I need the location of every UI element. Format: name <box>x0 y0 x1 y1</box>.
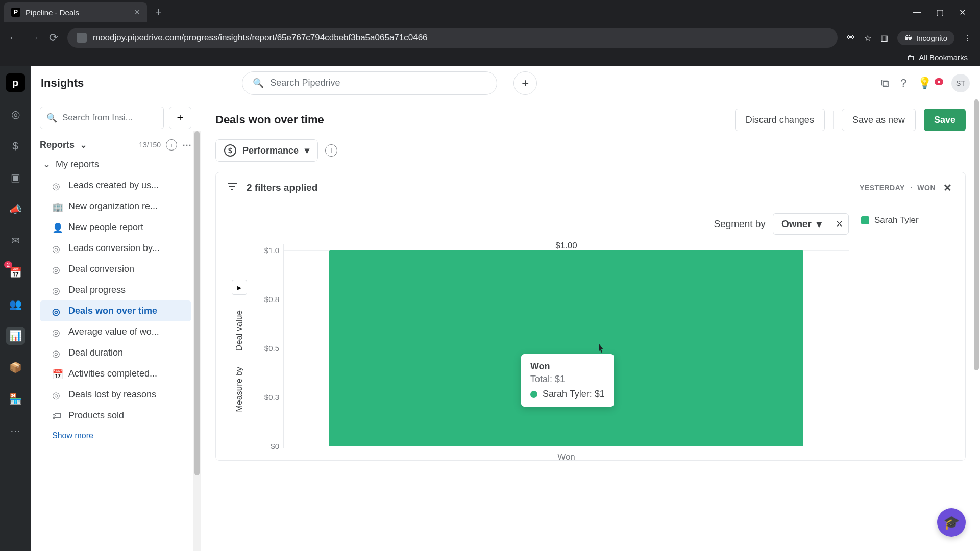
extensions-icon[interactable]: ⧉ <box>881 77 889 90</box>
legend-dot-icon <box>530 391 537 398</box>
panel-icon[interactable]: ▥ <box>880 33 888 43</box>
new-tab-button[interactable]: + <box>150 6 167 19</box>
rail-products-icon[interactable]: 📦 <box>6 358 24 377</box>
reports-header[interactable]: Reports ⌄ 13/150 i ⋯ <box>40 139 191 151</box>
browser-chrome: P Pipeline - Deals × + — ▢ ✕ ← → ⟳ moodj… <box>0 0 980 66</box>
sidebar-scrollthumb[interactable] <box>194 131 200 475</box>
main-scrollbar[interactable] <box>973 99 980 551</box>
segment-clear-icon[interactable]: ✕ <box>830 213 849 235</box>
rail-contacts-icon[interactable]: 👥 <box>6 295 24 313</box>
all-bookmarks[interactable]: All Bookmarks <box>919 53 968 62</box>
kebab-menu-icon[interactable]: ⋯ <box>182 139 191 151</box>
addr-right: 👁 ☆ ▥ 🕶 Incognito ⋮ <box>847 31 972 45</box>
rail-deals-icon[interactable]: $ <box>6 137 24 155</box>
info-icon[interactable]: i <box>325 144 337 157</box>
chart-plot[interactable]: $1.00 Won Won Total: $1 Sarah Tyler: <box>283 244 849 448</box>
site-settings-icon[interactable] <box>77 33 87 43</box>
y-tick: $0.5 <box>264 344 279 353</box>
legend-item[interactable]: Sarah Tyler <box>861 215 953 226</box>
chart-card: 2 filters applied YESTERDAY · WON ✕ Segm… <box>215 172 966 461</box>
global-search-input[interactable]: 🔍 Search Pipedrive <box>242 71 497 95</box>
pipedrive-logo-icon[interactable]: p <box>6 73 24 92</box>
filter-bar[interactable]: 2 filters applied YESTERDAY · WON ✕ <box>216 172 965 203</box>
discard-button[interactable]: Discard changes <box>735 109 825 131</box>
target-icon: ◎ <box>52 390 62 400</box>
minimize-icon[interactable]: — <box>913 8 921 17</box>
report-item[interactable]: ◎Leads conversion by... <box>40 238 191 259</box>
segment-by-label: Segment by <box>714 218 765 230</box>
expand-toggle[interactable]: ▸ <box>232 280 247 295</box>
report-item[interactable]: 🏷Products sold <box>40 405 191 426</box>
close-window-icon[interactable]: ✕ <box>959 8 966 17</box>
report-item[interactable]: ◎Deal duration <box>40 342 191 363</box>
page-title: Insights <box>41 77 84 90</box>
report-item[interactable]: ◎Average value of wo... <box>40 321 191 342</box>
help-icon[interactable]: ? <box>900 77 906 90</box>
currency-icon: $ <box>224 144 236 157</box>
y-tick: $0 <box>271 442 279 450</box>
report-label: Leads created by us... <box>68 180 159 191</box>
user-avatar[interactable]: ST <box>951 74 970 92</box>
rail-projects-icon[interactable]: ▣ <box>6 168 24 187</box>
target-icon: ◎ <box>52 243 62 254</box>
incognito-pill[interactable]: 🕶 Incognito <box>897 31 954 45</box>
group-label: My reports <box>56 159 99 170</box>
reload-icon[interactable]: ⟳ <box>49 31 58 44</box>
rail-leads-icon[interactable]: ◎ <box>6 105 24 123</box>
report-item[interactable]: 👤New people report <box>40 217 191 238</box>
legend-label: Sarah Tyler <box>874 215 919 226</box>
main-scrollthumb[interactable] <box>974 99 979 370</box>
rail-insights-icon[interactable]: 📊 <box>6 327 24 345</box>
url-box[interactable]: moodjoy.pipedrive.com/progress/insights/… <box>67 28 838 48</box>
bar-won[interactable] <box>329 250 804 446</box>
sidebar-search-placeholder: Search from Insi... <box>62 113 133 123</box>
sidebar-search-input[interactable]: 🔍 Search from Insi... <box>40 107 164 129</box>
target-icon: ◎ <box>52 306 62 316</box>
whats-new-icon[interactable]: 💡● <box>918 77 940 90</box>
body: 🔍 Search from Insi... + Reports ⌄ 13/150… <box>31 99 980 551</box>
global-add-button[interactable]: + <box>513 71 537 95</box>
eye-off-icon[interactable]: 👁 <box>847 33 855 42</box>
rail-activities-icon[interactable]: 2📅 <box>6 263 24 282</box>
rail-badge: 2 <box>4 261 12 268</box>
report-label: Activities completed... <box>68 368 157 379</box>
segment-dropdown[interactable]: Owner ▾ <box>773 213 830 235</box>
maximize-icon[interactable]: ▢ <box>936 8 944 17</box>
sidebar-add-button[interactable]: + <box>169 107 191 129</box>
rail-more-icon[interactable]: ⋯ <box>6 421 24 440</box>
address-bar-row: ← → ⟳ moodjoy.pipedrive.com/progress/ins… <box>0 24 980 51</box>
chart-legend: Sarah Tyler <box>861 213 953 448</box>
clear-filters-icon[interactable]: ✕ <box>941 181 955 195</box>
save-as-new-button[interactable]: Save as new <box>842 109 916 131</box>
rail-campaigns-icon[interactable]: 📣 <box>6 200 24 218</box>
folder-icon: 🗀 <box>907 53 915 62</box>
tab-close-icon[interactable]: × <box>134 7 140 18</box>
star-icon[interactable]: ☆ <box>864 33 871 43</box>
info-icon[interactable]: i <box>166 139 177 151</box>
rail-marketplace-icon[interactable]: 🏪 <box>6 390 24 408</box>
report-item[interactable]: ◎Deal conversion <box>40 259 191 280</box>
report-item[interactable]: 📅Activities completed... <box>40 363 191 384</box>
segment-row: Segment by Owner ▾ ✕ <box>228 213 849 235</box>
kebab-menu-icon[interactable]: ⋮ <box>964 33 972 43</box>
save-button[interactable]: Save <box>924 109 966 131</box>
back-icon[interactable]: ← <box>8 31 19 44</box>
report-item[interactable]: ◎Leads created by us... <box>40 175 191 196</box>
performance-dropdown[interactable]: $ Performance ▾ <box>215 139 318 162</box>
report-label: New organization re... <box>68 201 158 212</box>
chevron-down-icon: ▾ <box>305 145 309 156</box>
show-more-link[interactable]: Show more <box>40 431 191 440</box>
person-icon: 👤 <box>52 222 62 233</box>
report-item[interactable]: ◎Deals lost by reasons <box>40 384 191 405</box>
top-right: ⧉ ? 💡● ST <box>881 74 970 92</box>
report-item[interactable]: ◎Deal progress <box>40 280 191 300</box>
browser-tab[interactable]: P Pipeline - Deals × <box>4 2 147 22</box>
sidebar-scrollbar[interactable] <box>193 131 201 551</box>
help-fab[interactable]: 🎓 <box>937 508 966 537</box>
report-item[interactable]: 🏢New organization re... <box>40 196 191 217</box>
group-header[interactable]: ⌄ My reports <box>40 159 191 170</box>
main-header: Deals won over time Discard changes Save… <box>215 109 966 131</box>
rail-mail-icon[interactable]: ✉ <box>6 232 24 250</box>
segment-value: Owner <box>781 218 812 230</box>
report-item-active[interactable]: ◎Deals won over time <box>40 300 191 321</box>
